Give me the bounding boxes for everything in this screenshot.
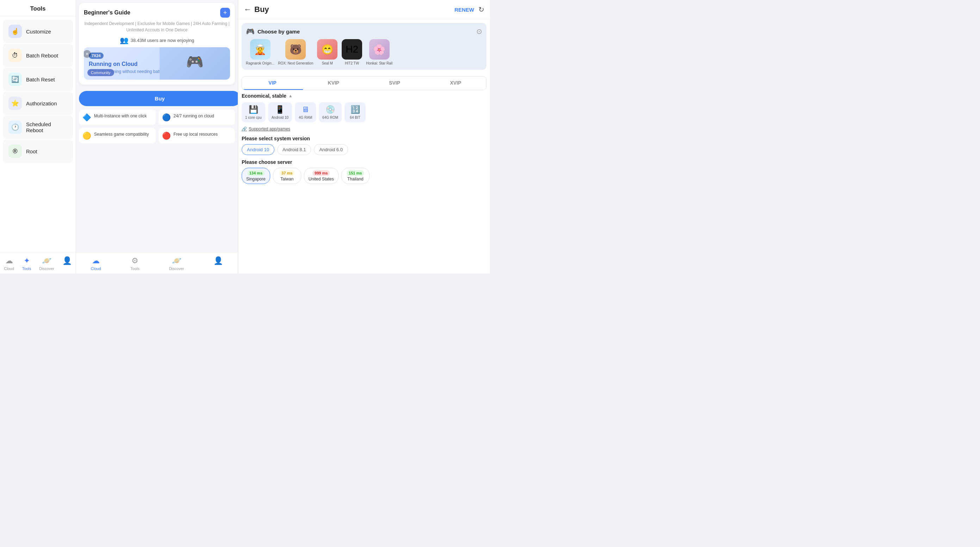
specs-row: 💾 1 core cpu 📱 Android 10 🖥 4G RAM 💿 64G…: [242, 102, 487, 122]
rox-thumb: 🐻: [285, 39, 306, 59]
hit2-label: HIT2 TW: [345, 61, 359, 65]
rom-icon: 💿: [326, 105, 335, 114]
economical-header: Economical, stable ▲: [242, 93, 487, 99]
feature-icon: 🔴: [162, 131, 171, 140]
refresh-button[interactable]: ↻: [478, 5, 484, 14]
tool-item-batch-reboot[interactable]: ⏱ Batch Reboot: [3, 44, 73, 67]
collapse-button[interactable]: ⊙: [476, 27, 482, 36]
seal-thumb: 😁: [317, 39, 337, 59]
tools-nav-label: Tools: [22, 266, 31, 271]
mid-nav-cloud[interactable]: ☁ Cloud: [91, 256, 101, 271]
honkai-thumb: 🌸: [369, 39, 390, 59]
vip-tab-vip[interactable]: VIP: [242, 77, 303, 90]
tool-item-scheduled-reboot[interactable]: 🕐 Scheduled Reboot: [3, 116, 73, 139]
users-avatars-icon: 👥: [120, 36, 129, 45]
tool-item-customize[interactable]: ☝️ Customize: [3, 20, 73, 43]
taiwan-name: Taiwan: [280, 177, 293, 182]
choose-game-section: 🎮 Choose by game ⊙ 🧝 Ragnarok Origin... …: [242, 23, 487, 70]
batch-reboot-icon: ⏱: [8, 49, 22, 62]
discover-mid-nav-icon: 🪐: [172, 256, 181, 265]
buy-button[interactable]: Buy: [79, 91, 238, 106]
server-title: Please choose server: [242, 159, 487, 165]
ram-icon: 🖥: [302, 105, 309, 114]
games-row: 🧝 Ragnarok Origin... 🐻 ROX: Next Generat…: [246, 39, 482, 65]
thailand-ping: 151 ms: [347, 170, 364, 176]
server-taiwan[interactable]: 37 ms Taiwan: [273, 168, 301, 184]
feature-text: 24/7 running on cloud: [173, 113, 214, 119]
community-tag[interactable]: Community: [88, 69, 114, 76]
section-header: 🎮 Choose by game ⊙: [246, 27, 482, 36]
guide-plus-button[interactable]: +: [220, 8, 230, 18]
scheduled-reboot-icon: 🕐: [8, 121, 22, 134]
vip-tab-svip[interactable]: SVIP: [364, 77, 425, 90]
cloud-nav-icon: ☁: [5, 256, 13, 265]
version-android10[interactable]: Android 10: [242, 144, 274, 155]
mid-nav-discover[interactable]: 🪐 Discover: [169, 256, 184, 271]
game-ragnarok[interactable]: 🧝 Ragnarok Origin...: [246, 39, 274, 65]
right-header: ← Buy RENEW ↻: [238, 0, 490, 19]
spec-android[interactable]: 📱 Android 10: [268, 102, 292, 122]
nav-profile[interactable]: 👤: [62, 256, 72, 271]
features-grid: 🔷 Multi-Instance with one click 🔵 24/7 r…: [76, 106, 238, 146]
mid-nav-tools[interactable]: ⚙ Tools: [130, 256, 140, 271]
mid-nav-profile[interactable]: 👤: [213, 256, 223, 271]
server-thailand[interactable]: 151 ms Thailand: [341, 168, 369, 184]
batch-reboot-label: Batch Reboot: [26, 53, 58, 59]
banner-image: 🎮: [159, 47, 230, 80]
taiwan-ping: 37 ms: [279, 170, 294, 176]
banner-badge: 7X24: [89, 53, 103, 59]
game-rox[interactable]: 🐻 ROX: Next Generation: [278, 39, 313, 65]
version-android6[interactable]: Android 6.0: [314, 144, 348, 155]
tool-item-batch-reset[interactable]: 🔄 Batch Reset: [3, 68, 73, 91]
game-honkai[interactable]: 🌸 Honkai: Star Rail: [366, 39, 393, 65]
server-singapore[interactable]: 134 ms Singapore: [242, 168, 270, 184]
guide-card: Beginner's Guide + Independent Developme…: [79, 3, 235, 85]
vip-tab-kvip[interactable]: KVIP: [303, 77, 364, 90]
spec-ram[interactable]: 🖥 4G RAM: [295, 102, 316, 122]
nav-tools[interactable]: ✦ Tools: [22, 256, 31, 271]
back-button[interactable]: ←: [244, 5, 251, 14]
scheduled-reboot-label: Scheduled Reboot: [26, 121, 67, 133]
seal-label: Seal M: [322, 61, 333, 65]
game-hit2[interactable]: H2 HIT2 TW: [341, 39, 363, 65]
nav-discover[interactable]: 🪐 Discover: [39, 256, 54, 271]
cpu-icon: 💾: [249, 105, 258, 114]
server-us[interactable]: 999 ms United States: [304, 168, 339, 184]
bottom-nav: ☁ Cloud ✦ Tools 🪐 Discover 👤: [0, 252, 76, 273]
supported-link[interactable]: 🔗 Supported app/games: [242, 126, 487, 131]
profile-mid-nav-icon: 👤: [213, 256, 223, 265]
thailand-name: Thailand: [347, 177, 364, 182]
tool-item-root[interactable]: ® Root: [3, 140, 73, 163]
android-label: Android 10: [272, 116, 288, 120]
hit2-thumb: H2: [342, 39, 362, 59]
spec-rom[interactable]: 💿 64G ROM: [319, 102, 342, 122]
feature-item: 🟡 Seamless game compatibility: [79, 128, 156, 144]
feature-text: Multi-Instance with one click: [94, 113, 146, 119]
middle-bottom-nav: ☁ Cloud ⚙ Tools 🪐 Discover 👤: [76, 252, 238, 273]
tools-title: Tools: [0, 0, 76, 16]
root-label: Root: [26, 148, 37, 155]
section-title-row: 🎮 Choose by game: [246, 27, 300, 36]
spec-cpu[interactable]: 💾 1 core cpu: [242, 102, 265, 122]
game-seal[interactable]: 😁 Seal M: [317, 39, 338, 65]
spec-bit[interactable]: 🔢 64 BIT: [345, 102, 366, 122]
feature-text: Free up local resources: [173, 131, 218, 137]
economical-title: Economical, stable: [242, 93, 286, 99]
choose-game-title: Choose by game: [258, 29, 300, 35]
guide-header: Beginner's Guide +: [84, 8, 230, 18]
vip-tab-xvip[interactable]: XVIP: [425, 77, 486, 90]
us-ping: 999 ms: [312, 170, 330, 176]
nav-cloud[interactable]: ☁ Cloud: [4, 256, 14, 271]
guide-subtitle: Independent Development | Exclusive for …: [84, 21, 230, 33]
server-section: Please choose server 134 ms Singapore 37…: [238, 159, 490, 184]
version-android81[interactable]: Android 8.1: [277, 144, 312, 155]
guide-title: Beginner's Guide: [84, 10, 130, 16]
cloud-nav-label: Cloud: [4, 266, 14, 271]
economical-section: Economical, stable ▲ 💾 1 core cpu 📱 Andr…: [238, 93, 490, 136]
tool-item-authorization[interactable]: ⭐ Authorization: [3, 92, 73, 115]
honkai-label: Honkai: Star Rail: [366, 61, 393, 65]
server-row: 134 ms Singapore 37 ms Taiwan 999 ms Uni…: [242, 168, 487, 184]
renew-button[interactable]: RENEW: [454, 7, 474, 13]
cloud-mid-nav-icon: ☁: [92, 256, 100, 265]
supported-text: Supported app/games: [249, 126, 290, 131]
